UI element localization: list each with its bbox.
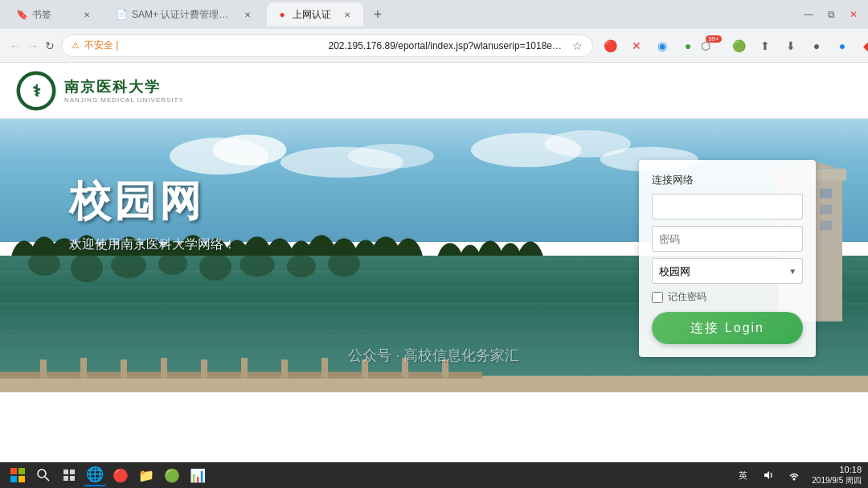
taskbar-chrome-icon[interactable]: 🌐 [84, 464, 106, 486]
close-button[interactable]: ✕ [845, 6, 862, 23]
svg-point-42 [111, 256, 146, 278]
insecure-icon: ⚠ [72, 40, 80, 51]
taskbar-app-3[interactable]: 🟢 [161, 464, 183, 486]
svg-rect-51 [80, 358, 87, 377]
extension-icon-11[interactable]: ◆ [857, 35, 868, 57]
extension-icon-2[interactable]: ✕ [625, 35, 648, 57]
auth-favicon: ● [276, 9, 288, 20]
tab-bookmarks-label: 书签 [32, 8, 51, 22]
title-bar: 🔖 书签 ✕ 📄 SAM+ 认证计费管理平台 ✕ ● 上网认证 ✕ + — ⧉ … [0, 0, 868, 29]
logo-cn-text: 南京医科大学 [64, 77, 184, 96]
minimize-button[interactable]: — [800, 6, 817, 23]
tab-bookmarks[interactable]: 🔖 书签 ✕ [6, 2, 103, 27]
extension-icon-1[interactable]: 🔴 [600, 35, 622, 57]
svg-rect-53 [161, 358, 167, 377]
svg-rect-55 [241, 358, 248, 377]
password-input[interactable] [652, 226, 803, 252]
tab-sam[interactable]: 📄 SAM+ 认证计费管理平台 ✕ [106, 2, 264, 27]
back-button[interactable]: ← [10, 35, 21, 57]
bookmark-star-icon[interactable]: ☆ [572, 39, 583, 52]
start-button[interactable] [6, 464, 29, 486]
svg-rect-77 [18, 476, 25, 482]
forward-button[interactable]: → [27, 35, 39, 57]
taskbar-network-icon[interactable] [783, 464, 805, 486]
taskbar-volume-icon[interactable] [757, 464, 780, 486]
extension-icon-5[interactable]: ⬡ 99+ [702, 35, 725, 57]
remember-label: 记住密码 [668, 290, 706, 304]
extension-icon-7[interactable]: ⬆ [754, 35, 776, 57]
hero-section: 校园网 欢迎使用南京医科大学网络！ 连接网络 校园网 互联网 教育网 ▼ [0, 119, 868, 392]
sam-favicon: 📄 [116, 9, 127, 20]
svg-point-78 [38, 470, 46, 478]
maximize-button[interactable]: ⧉ [823, 6, 839, 23]
taskbar-date: 2019/9/5 周四 [812, 475, 862, 486]
svg-rect-71 [820, 221, 832, 231]
taskbar-datetime[interactable]: 10:18 2019/9/5 周四 [812, 465, 862, 486]
refresh-button[interactable]: ↻ [45, 35, 55, 57]
tab-close-auth[interactable]: ✕ [341, 8, 354, 21]
taskbar-time: 10:18 [839, 465, 862, 474]
taskbar: 🌐 🔴 📁 🟢 📊 英 10:18 2019/9/5 [0, 462, 868, 488]
extension-icon-4[interactable]: ● [677, 35, 699, 57]
tab-auth[interactable]: ● 上网认证 ✕ [267, 2, 363, 27]
task-view-icon[interactable] [58, 464, 80, 486]
svg-marker-84 [764, 471, 769, 479]
taskbar-app-2[interactable]: 📁 [135, 464, 158, 486]
svg-rect-75 [18, 468, 25, 474]
logo-area: ⚕ 南京医科大学 NANJING MEDICAL UNIVERSITY [16, 71, 184, 111]
svg-point-47 [328, 256, 360, 277]
svg-rect-80 [63, 470, 68, 474]
extension-icon-9[interactable]: ● [805, 35, 828, 57]
svg-point-6 [348, 144, 434, 169]
network-select[interactable]: 校园网 互联网 教育网 [652, 258, 803, 284]
hero-subtitle: 欢迎使用南京医科大学网络！ [69, 236, 236, 253]
svg-point-40 [28, 256, 60, 276]
login-panel: 连接网络 校园网 互联网 教育网 ▼ 记住密码 连接 Login [639, 160, 816, 357]
svg-point-41 [71, 256, 103, 282]
tab-auth-label: 上网认证 [293, 8, 331, 22]
address-bar: ← → ↻ ⚠ 不安全 | 202.195.176.89/eportal/ind… [0, 29, 868, 63]
svg-text:⚕: ⚕ [32, 82, 41, 100]
svg-point-85 [793, 478, 796, 481]
svg-rect-82 [63, 476, 68, 481]
svg-rect-68 [820, 205, 832, 215]
svg-rect-81 [70, 470, 75, 474]
extension-icon-6[interactable]: 🟢 [728, 35, 751, 57]
extension-icon-8[interactable]: ⬇ [780, 35, 802, 57]
taskbar-language-icon[interactable]: 英 [731, 464, 754, 486]
login-button[interactable]: 连接 Login [652, 312, 803, 344]
search-taskbar-icon[interactable] [32, 464, 55, 486]
svg-point-45 [240, 256, 275, 277]
remember-checkbox[interactable] [652, 292, 663, 303]
new-tab-button[interactable]: + [366, 3, 389, 26]
browser-window: 🔖 书签 ✕ 📄 SAM+ 认证计费管理平台 ✕ ● 上网认证 ✕ + — ⧉ … [0, 0, 868, 488]
tab-close-sam[interactable]: ✕ [241, 8, 254, 21]
bookmarks-favicon: 🔖 [16, 9, 27, 20]
svg-point-4 [213, 134, 287, 165]
svg-line-79 [45, 477, 49, 481]
address-input[interactable]: ⚠ 不安全 | 202.195.176.89/eportal/index.jsp… [61, 35, 593, 57]
remember-row: 记住密码 [652, 290, 803, 304]
svg-rect-57 [321, 358, 328, 377]
logo-emblem: ⚕ [16, 71, 56, 111]
tab-close-bookmarks[interactable]: ✕ [80, 8, 93, 21]
hero-title: 校园网 [69, 174, 236, 230]
svg-point-46 [287, 256, 316, 277]
site-header: ⚕ 南京医科大学 NANJING MEDICAL UNIVERSITY [0, 63, 868, 119]
svg-rect-74 [10, 468, 17, 474]
watermark-text: 公众号 · 高校信息化务家汇 [348, 346, 519, 365]
hero-text-area: 校园网 欢迎使用南京医科大学网络！ [69, 174, 236, 253]
logo-text: 南京医科大学 NANJING MEDICAL UNIVERSITY [64, 77, 184, 104]
network-select-wrap: 校园网 互联网 教育网 ▼ [652, 258, 803, 284]
extension-icon-10[interactable]: ● [831, 35, 854, 57]
svg-rect-48 [0, 376, 868, 392]
address-url: 202.195.176.89/eportal/index.jsp?wlanuse… [328, 40, 563, 51]
svg-rect-56 [281, 359, 288, 377]
taskbar-app-1[interactable]: 🔴 [109, 464, 132, 486]
svg-rect-52 [121, 359, 127, 377]
extension-icon-3[interactable]: ◉ [651, 35, 674, 57]
taskbar-app-4[interactable]: 📊 [186, 464, 209, 486]
svg-rect-65 [820, 189, 832, 199]
username-input[interactable] [652, 194, 803, 219]
svg-rect-50 [40, 359, 47, 377]
